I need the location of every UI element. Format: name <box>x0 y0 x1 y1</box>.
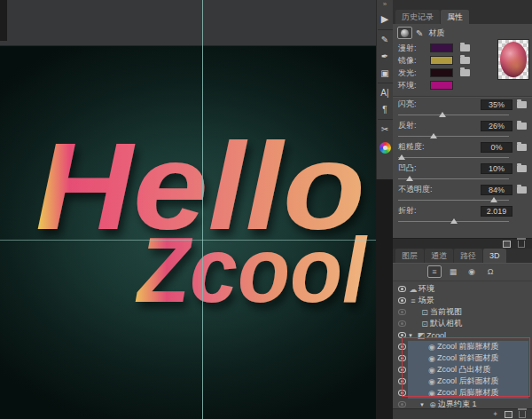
paragraph-icon: ¶ <box>382 105 387 115</box>
opacity-value[interactable]: 84% <box>481 185 512 195</box>
tab-3d[interactable]: 3D <box>483 249 506 263</box>
tree-row-current-view[interactable]: ⊡当前视图 <box>393 306 532 318</box>
tree-row-zcool-mesh[interactable]: ▼◩Zcool <box>393 329 532 341</box>
reflection-texture-folder-icon[interactable] <box>517 123 527 130</box>
visibility-eye-icon[interactable] <box>398 286 406 292</box>
row-label: Zcool 前斜面材质 <box>437 352 499 364</box>
bump-label: 凹凸: <box>398 162 481 174</box>
filter-meshes-button[interactable]: ▦ <box>446 265 460 278</box>
visibility-eye-icon[interactable] <box>398 309 406 315</box>
tree-row-back-bevel-material[interactable]: ◉Zcool 后斜面材质 <box>393 376 532 387</box>
filter-whole-scene-button[interactable]: ≡ <box>427 265 442 278</box>
tab-paths[interactable]: 路径 <box>454 249 482 263</box>
row-label: Zcool <box>426 331 446 340</box>
shine-slider-thumb[interactable] <box>439 112 446 117</box>
tab-layers[interactable]: 图层 <box>395 249 424 263</box>
material-channels: 漫射: 镜像: 发光: 环境: <box>393 40 532 91</box>
visibility-eye-icon[interactable] <box>398 401 406 407</box>
roughness-slider-track[interactable] <box>398 154 509 161</box>
tools-panel-button[interactable]: ✂ <box>377 121 394 138</box>
tree-row-environment[interactable]: ☁环境 <box>393 283 532 295</box>
tree-row-extrusion-material[interactable]: ◉Zcool 凸出材质 <box>393 364 532 376</box>
visibility-eye-icon[interactable] <box>398 332 406 338</box>
opacity-texture-folder-icon[interactable] <box>517 186 527 194</box>
tool-presets-button[interactable]: ✒ <box>377 48 394 65</box>
paint-brush-icon[interactable]: ✎ <box>416 28 423 38</box>
horizontal-guide[interactable] <box>0 240 376 241</box>
roughness-value[interactable]: 0% <box>481 142 512 153</box>
reflection-label: 反射: <box>398 120 481 131</box>
visibility-eye-icon[interactable] <box>398 355 406 361</box>
visibility-eye-icon[interactable] <box>398 378 406 384</box>
specular-swatch[interactable] <box>430 56 453 65</box>
filter-materials-button[interactable]: ◉ <box>465 265 479 278</box>
shine-texture-folder-icon[interactable] <box>517 101 527 108</box>
tab-properties[interactable]: 属性 <box>441 10 469 24</box>
shine-value[interactable]: 35% <box>481 99 512 110</box>
reflection-slider-track[interactable] <box>398 133 509 139</box>
tree-row-default-camera[interactable]: ⊡默认相机 <box>393 318 532 329</box>
clone-source-button[interactable]: ▣ <box>377 65 394 82</box>
bump-texture-folder-icon[interactable] <box>517 165 527 172</box>
scene-icon: ≡ <box>408 296 419 305</box>
visibility-eye-icon[interactable] <box>398 367 406 373</box>
tree-row-scene[interactable]: ≡场景 <box>393 295 532 306</box>
specular-texture-folder-icon[interactable] <box>460 57 470 64</box>
diffuse-swatch[interactable] <box>430 43 453 52</box>
delete-icon[interactable] <box>518 241 525 248</box>
tab-history[interactable]: 历史记录 <box>395 10 440 24</box>
bump-slider-thumb[interactable] <box>406 176 413 181</box>
tree-row-back-inflation-material[interactable]: ◉Zcool 后膨胀材质 <box>393 387 532 399</box>
panel-dock-strip: » ▶ ✎ ✒ ▣ A| ¶ ✂ <box>376 0 393 419</box>
document-canvas[interactable]: Hello Zcool <box>0 0 376 419</box>
actions-panel-button[interactable]: ▶ <box>377 9 394 28</box>
vertical-guide[interactable] <box>202 0 203 419</box>
reflection-value[interactable]: 26% <box>481 121 512 131</box>
play-icon: ▶ <box>381 13 388 25</box>
color-themes-button[interactable] <box>377 138 394 157</box>
filter-lights-button[interactable]: Ω <box>483 265 497 278</box>
opacity-slider-thumb[interactable] <box>490 197 497 202</box>
paragraph-panel-button[interactable]: ¶ <box>377 101 394 118</box>
roughness-texture-folder-icon[interactable] <box>517 144 527 151</box>
diffuse-texture-folder-icon[interactable] <box>460 44 470 51</box>
visibility-eye-icon[interactable] <box>398 297 406 304</box>
visibility-eye-icon[interactable] <box>398 320 406 327</box>
trash-icon[interactable] <box>519 411 526 418</box>
expander-icon[interactable]: ▼ <box>419 402 427 407</box>
reflection-slider-thumb[interactable] <box>430 133 437 138</box>
row-label: 环境 <box>419 283 434 295</box>
new-light-icon[interactable]: ✦ <box>492 411 498 418</box>
bump-slider-track[interactable] <box>398 176 509 182</box>
new-item-icon[interactable] <box>503 241 511 248</box>
ambient-swatch[interactable] <box>430 81 453 90</box>
tab-channels[interactable]: 通道 <box>425 249 453 263</box>
slider-opacity: 不透明度: 84% <box>398 184 527 205</box>
material-icon: ◉ <box>426 377 437 386</box>
illumination-texture-folder-icon[interactable] <box>460 69 470 76</box>
visibility-eye-icon[interactable] <box>398 390 406 396</box>
illumination-swatch[interactable] <box>430 68 453 77</box>
brush-presets-button[interactable]: ✎ <box>377 31 394 48</box>
opacity-slider-track[interactable] <box>398 197 509 203</box>
shine-slider-track[interactable] <box>398 112 509 118</box>
collapse-panels-icon[interactable]: » <box>383 0 387 9</box>
material-icon: ◉ <box>426 366 437 375</box>
expander-icon[interactable]: ▼ <box>408 333 416 338</box>
artwork-3d-text[interactable]: Hello Zcool <box>0 46 376 419</box>
refraction-value[interactable]: 2.019 <box>481 206 512 217</box>
material-preview-thumbnail[interactable] <box>497 39 529 80</box>
material-ball-icon: ◉ <box>468 267 475 276</box>
illumination-label: 发光: <box>398 67 430 79</box>
visibility-eye-icon[interactable] <box>398 344 406 350</box>
material-sphere-button[interactable] <box>397 27 412 39</box>
bump-value[interactable]: 10% <box>481 163 512 174</box>
character-panel-button[interactable]: A| <box>377 84 394 101</box>
refraction-slider-track[interactable] <box>398 218 509 225</box>
new-layer-icon[interactable] <box>505 411 512 418</box>
refraction-slider-thumb[interactable] <box>450 218 458 224</box>
roughness-slider-thumb[interactable] <box>398 154 405 160</box>
tree-row-front-inflation-material[interactable]: ◉Zcool 前膨胀材质 <box>393 341 532 352</box>
mesh-grid-icon: ▦ <box>450 267 458 276</box>
tree-row-front-bevel-material[interactable]: ◉Zcool 前斜面材质 <box>393 352 532 364</box>
